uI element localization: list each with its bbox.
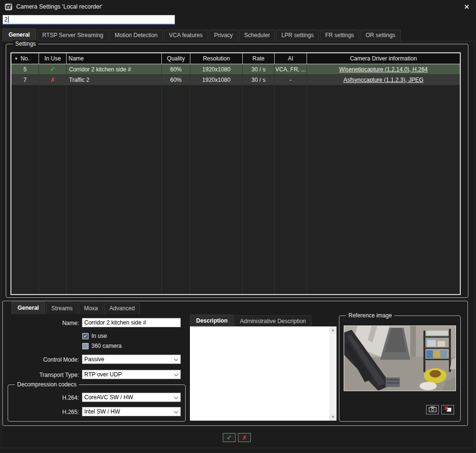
tab-general[interactable]: General (2, 29, 36, 41)
h264-codec-value: CoreAVC SW / HW (84, 394, 133, 401)
empty-cell (67, 85, 162, 294)
tab-motion-detection[interactable]: Motion Detection (109, 30, 163, 41)
in-use-checkbox[interactable]: ✓ (82, 333, 89, 339)
tab-or-settings[interactable]: OR settings (360, 30, 401, 41)
description-scrollbar[interactable]: ▲ ▼ (329, 326, 337, 421)
reference-image-label: Reference image (346, 312, 394, 319)
remove-reference-image-button[interactable] (441, 405, 454, 414)
cell-resolution: 1920x1080 (190, 75, 243, 85)
column-header-rate[interactable]: Rate (243, 53, 275, 64)
chevron-down-icon (174, 356, 178, 363)
camera-table-body: 5✓Corridor 2 kitchen side #60%1920x10803… (11, 64, 460, 294)
remove-image-icon (444, 405, 452, 414)
camera-name-input[interactable] (82, 318, 181, 327)
cell-in-use: ✓ (39, 64, 67, 74)
desc-tab-administrative-description[interactable]: Administrative Description (235, 315, 311, 327)
description-tab-strip: DescriptionAdministrative Description (190, 316, 312, 327)
window-title: Camera Settings 'Local recorder' (16, 3, 102, 10)
cell-quality: 60% (162, 64, 190, 74)
reference-image (344, 325, 456, 391)
tab-vca-features[interactable]: VCA features (164, 30, 208, 41)
in-use-label: In use (91, 333, 107, 339)
settings-group-label: Settings (13, 40, 38, 47)
take-snapshot-button[interactable] (426, 405, 439, 414)
chevron-down-icon (174, 371, 178, 378)
text-cursor (8, 16, 9, 23)
detail-tab-general[interactable]: General (11, 302, 45, 314)
in-use-checkbox-row: ✓ In use (82, 333, 107, 339)
ok-button[interactable]: ✓ (223, 433, 236, 442)
cell-name: Corridor 2 kitchen side # (67, 64, 162, 74)
detail-tab-moxa[interactable]: Moxa (79, 303, 103, 314)
filter-text: 2 (4, 16, 8, 23)
cell-in-use: ✗ (39, 75, 67, 85)
column-header-ai[interactable]: AI (275, 53, 307, 64)
tab-rtsp-server-streaming[interactable]: RTSP Server Streaming (37, 30, 109, 41)
table-row[interactable]: 5✓Corridor 2 kitchen side #60%1920x10803… (11, 64, 460, 75)
ok-check-icon: ✓ (227, 434, 232, 441)
scroll-up-icon[interactable]: ▲ (329, 326, 337, 334)
camera-icon (429, 405, 436, 414)
h265-label: H.265: (29, 409, 79, 415)
column-header-camera-driver-information[interactable]: Camera Driver information (307, 53, 460, 64)
empty-cell (162, 85, 190, 294)
empty-cell (275, 85, 307, 294)
detail-tab-strip: GeneralStreamsMoxaAdvanced (11, 303, 141, 314)
main-tab-strip: GeneralRTSP Server StreamingMotion Detec… (2, 29, 475, 41)
empty-cell (307, 85, 460, 294)
scroll-down-icon[interactable]: ▼ (329, 414, 337, 421)
cell-no: 7 (11, 75, 39, 85)
control-mode-label: Control Mode: (10, 356, 79, 363)
cell-name: Traffic 2 (67, 75, 162, 85)
sort-descending-icon: ▼ (14, 57, 18, 61)
cell-no: 5 (11, 64, 39, 74)
cancel-cross-icon: ✗ (242, 434, 247, 441)
camera-360-label: 360 camera (91, 343, 121, 349)
transport-type-value: RTP over UDP (84, 371, 122, 378)
cancel-button[interactable]: ✗ (238, 433, 251, 442)
chevron-down-icon (174, 408, 178, 415)
empty-cell (243, 85, 275, 294)
chevron-down-icon (174, 394, 178, 401)
transport-type-select[interactable]: RTP over UDP (82, 370, 181, 379)
cell-ai: - (275, 75, 307, 85)
tab-privacy[interactable]: Privacy (209, 30, 238, 41)
camera-360-checkbox-row: 360 camera (82, 343, 121, 349)
driver-info-link[interactable]: Wisenetipcapture (1.2.14.0), H.264 (339, 66, 427, 73)
empty-cell (39, 85, 67, 294)
cell-driver: Wisenetipcapture (1.2.14.0), H.264 (307, 64, 460, 74)
column-header-no[interactable]: ▼No. (11, 53, 39, 64)
description-textarea[interactable]: ▲ ▼ (190, 326, 337, 421)
camera-filter-input[interactable]: 2 (2, 15, 175, 25)
camera-table: ▼No.In UseNameQualityResolutionRateAICam… (10, 52, 461, 295)
table-row[interactable]: 7✗Traffic 260%1920x108030 / s-Asfsynccap… (11, 75, 460, 85)
h265-codec-value: Intel SW / HW (84, 408, 120, 415)
detail-tab-advanced[interactable]: Advanced (104, 303, 140, 314)
detail-tab-streams[interactable]: Streams (46, 303, 78, 314)
driver-info-link[interactable]: Asfsynccapture (1.1.2.3), JPEG (343, 77, 423, 83)
camera-table-header: ▼No.In UseNameQualityResolutionRateAICam… (11, 53, 460, 64)
h264-codec-select[interactable]: CoreAVC SW / HW (82, 393, 181, 402)
column-header-resolution[interactable]: Resolution (190, 53, 243, 64)
column-header-quality[interactable]: Quality (162, 53, 190, 64)
tab-fr-settings[interactable]: FR settings (320, 30, 359, 41)
empty-cell (11, 85, 39, 294)
control-mode-value: Passive (84, 356, 104, 363)
in-use-check-icon: ✓ (50, 66, 55, 73)
close-icon[interactable]: ✕ (462, 3, 471, 11)
title-bar: Camera Settings 'Local recorder' ✕ (0, 0, 476, 13)
camera-settings-icon (5, 3, 12, 10)
column-header-name[interactable]: Name (67, 53, 162, 64)
tab-lpr-settings[interactable]: LPR settings (276, 30, 319, 41)
cell-resolution: 1920x1080 (190, 64, 243, 74)
control-mode-select[interactable]: Passive (82, 355, 181, 364)
h265-codec-select[interactable]: Intel SW / HW (82, 407, 181, 416)
desc-tab-description[interactable]: Description (190, 315, 234, 327)
cell-ai: VCA, FR, ... (275, 64, 307, 74)
tab-scheduler[interactable]: Scheduler (239, 30, 275, 41)
h264-label: H.264: (29, 394, 79, 401)
cell-rate: 30 / s (243, 64, 275, 74)
camera-360-checkbox[interactable] (82, 343, 89, 349)
column-header-in-use[interactable]: In Use (39, 53, 67, 64)
table-empty-area (11, 85, 460, 294)
